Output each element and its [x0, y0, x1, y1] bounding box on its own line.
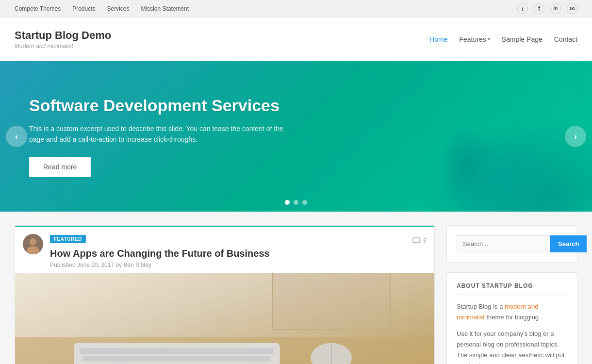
post-title-link[interactable]: How Apps are Changing the Future of Busi… — [50, 247, 427, 260]
site-title[interactable]: Startup Blog Demo — [15, 29, 111, 41]
topbar-nav-products[interactable]: Products — [72, 5, 95, 12]
nav-contact[interactable]: Contact — [554, 35, 577, 43]
sidebar: Search ABOUT STARTUP BLOG Startup Blog i… — [446, 225, 577, 364]
avatar-image — [23, 234, 43, 254]
slider-prev-button[interactable]: ‹ — [6, 126, 27, 147]
post-published-date: Published June 20, 2017 by Ben Sibley — [50, 262, 151, 268]
hero-background: Software Development Services This is a … — [0, 61, 592, 212]
featured-badge: FEATURED — [50, 235, 86, 243]
about-widget: ABOUT STARTUP BLOG Startup Blog is a mod… — [446, 272, 577, 364]
site-branding: Startup Blog Demo Modern and minimalist — [15, 29, 111, 50]
about-widget-text: Startup Blog is a modern and minimalist … — [457, 301, 567, 364]
social-icons: t f in ✉ — [517, 3, 577, 14]
twitter-icon[interactable]: t — [517, 3, 528, 14]
slider-dot-3[interactable] — [302, 200, 307, 205]
search-form: Search — [457, 235, 567, 252]
hero-content: Software Development Services This is a … — [0, 96, 315, 177]
nav-features-label: Features — [459, 35, 486, 43]
post-card-header: FEATURED 3 How Apps are — [15, 226, 434, 273]
post-image-inner — [15, 273, 434, 364]
featured-post-card: FEATURED 3 How Apps are — [15, 225, 435, 364]
search-widget: Search — [446, 225, 577, 263]
top-bar: Compete Themes Products Services Mission… — [0, 0, 592, 17]
topbar-nav-compete-themes[interactable]: Compete Themes — [15, 5, 61, 12]
top-bar-nav: Compete Themes Products Services Mission… — [15, 5, 189, 12]
site-tagline: Modern and minimalist — [15, 43, 111, 50]
site-header: Startup Blog Demo Modern and minimalist … — [0, 17, 592, 61]
comment-count-value: 3 — [423, 237, 427, 244]
hero-slider: Software Development Services This is a … — [0, 61, 592, 212]
about-para-2: Use it for your company's blog or a pers… — [457, 329, 567, 364]
slider-dot-1[interactable] — [285, 200, 290, 205]
search-button[interactable]: Search — [550, 235, 587, 252]
slider-dot-2[interactable] — [294, 200, 298, 205]
nav-sample-page[interactable]: Sample Page — [502, 35, 543, 43]
about-widget-title: ABOUT STARTUP BLOG — [457, 282, 567, 295]
nav-home[interactable]: Home — [429, 35, 447, 43]
svg-rect-12 — [273, 273, 391, 330]
comment-bubble-icon — [412, 237, 420, 244]
post-meta: FEATURED 3 How Apps are — [50, 234, 427, 268]
post-featured-image — [15, 273, 434, 364]
nav-features[interactable]: Features ▾ — [459, 35, 490, 43]
slider-dots — [285, 200, 307, 205]
topbar-nav-services[interactable]: Services — [107, 5, 130, 12]
svg-rect-7 — [80, 348, 274, 354]
post-image-svg — [15, 273, 434, 364]
svg-point-1 — [30, 238, 36, 245]
search-input[interactable] — [457, 235, 550, 252]
topbar-nav-mission[interactable]: Mission Statement — [141, 5, 189, 12]
hero-readmore-button[interactable]: Read more — [29, 157, 91, 177]
slider-next-button[interactable]: › — [565, 126, 586, 147]
avatar — [23, 234, 43, 254]
about-para-1: Startup Blog is a modern and minimalist … — [457, 301, 567, 323]
main-content: FEATURED 3 How Apps are — [0, 212, 592, 364]
content-area: FEATURED 3 How Apps are — [15, 225, 435, 364]
svg-rect-3 — [413, 238, 420, 243]
comment-count: 3 — [412, 237, 427, 244]
hero-description: This is a custom excerpt used to describ… — [29, 123, 286, 145]
linkedin-icon[interactable]: in — [550, 3, 561, 14]
main-nav: Home Features ▾ Sample Page Contact — [429, 35, 577, 43]
facebook-icon[interactable]: f — [534, 3, 544, 14]
chevron-down-icon: ▾ — [488, 36, 490, 42]
svg-rect-8 — [82, 356, 270, 362]
post-meta-line: Published June 20, 2017 by Ben Sibley — [50, 262, 427, 268]
about-modern-minimalist-link[interactable]: modern and minimalist — [457, 303, 538, 321]
hero-title: Software Development Services — [29, 96, 286, 116]
email-icon[interactable]: ✉ — [567, 3, 577, 14]
